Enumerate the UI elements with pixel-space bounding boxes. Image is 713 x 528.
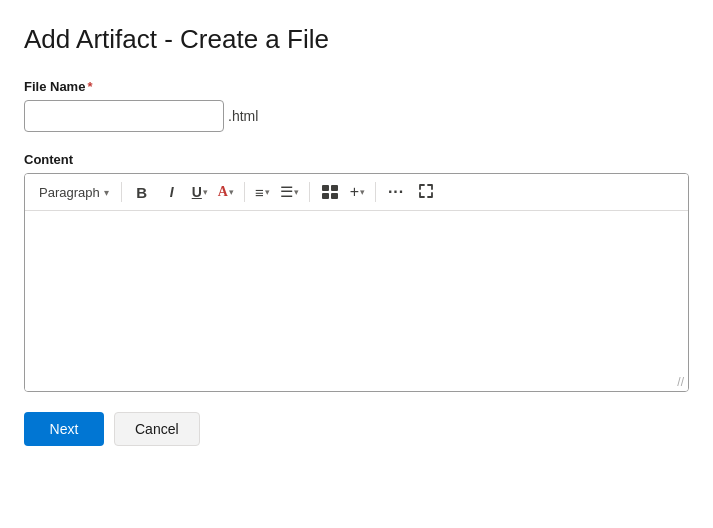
add-icon: +	[350, 183, 359, 201]
toolbar-divider-3	[309, 182, 310, 202]
list-chevron-icon: ▾	[294, 187, 299, 197]
paragraph-chevron-icon: ▾	[104, 187, 109, 198]
toolbar-divider-2	[244, 182, 245, 202]
content-field: Content Paragraph ▾ B I U ▾	[24, 152, 689, 392]
next-button[interactable]: Next	[24, 412, 104, 446]
resize-handle[interactable]: //	[677, 375, 684, 389]
file-name-field: File Name* .html	[24, 79, 689, 132]
more-options-icon: ···	[388, 183, 404, 201]
file-name-input[interactable]	[24, 100, 224, 132]
file-name-label: File Name*	[24, 79, 689, 94]
align-icon: ≡	[255, 184, 264, 201]
add-chevron-icon: ▾	[360, 187, 365, 197]
editor-toolbar: Paragraph ▾ B I U ▾ A ▾	[25, 174, 688, 211]
paragraph-style-label: Paragraph	[39, 185, 100, 200]
expand-button[interactable]	[412, 178, 440, 206]
svg-rect-3	[331, 193, 338, 199]
italic-icon: I	[170, 184, 174, 200]
italic-button[interactable]: I	[158, 178, 186, 206]
paragraph-style-dropdown[interactable]: Paragraph ▾	[33, 182, 115, 203]
cancel-button[interactable]: Cancel	[114, 412, 200, 446]
page-title: Add Artifact - Create a File	[24, 24, 689, 55]
list-dropdown[interactable]: ☰ ▾	[276, 180, 303, 204]
font-color-dropdown[interactable]: A ▾	[214, 181, 238, 203]
toolbar-divider-1	[121, 182, 122, 202]
more-options-button[interactable]: ···	[382, 178, 410, 206]
bold-icon: B	[136, 184, 147, 201]
underline-dropdown[interactable]: U ▾	[188, 181, 212, 203]
file-extension: .html	[228, 108, 258, 124]
bold-button[interactable]: B	[128, 178, 156, 206]
align-dropdown[interactable]: ≡ ▾	[251, 181, 274, 204]
add-dropdown[interactable]: + ▾	[346, 180, 369, 204]
font-color-icon: A	[218, 184, 228, 200]
underline-chevron-icon: ▾	[203, 187, 208, 197]
toolbar-divider-4	[375, 182, 376, 202]
footer-buttons: Next Cancel	[24, 412, 689, 446]
font-color-chevron-icon: ▾	[229, 187, 234, 197]
svg-rect-1	[331, 185, 338, 191]
expand-icon	[418, 183, 434, 202]
svg-rect-0	[322, 185, 329, 191]
content-label: Content	[24, 152, 689, 167]
align-chevron-icon: ▾	[265, 187, 270, 197]
editor-container: Paragraph ▾ B I U ▾ A ▾	[24, 173, 689, 392]
insert-media-icon	[321, 184, 339, 200]
underline-icon: U	[192, 184, 202, 200]
filename-row: .html	[24, 100, 689, 132]
svg-rect-2	[322, 193, 329, 199]
editor-body[interactable]: //	[25, 211, 688, 391]
insert-media-button[interactable]	[316, 178, 344, 206]
list-icon: ☰	[280, 183, 293, 201]
